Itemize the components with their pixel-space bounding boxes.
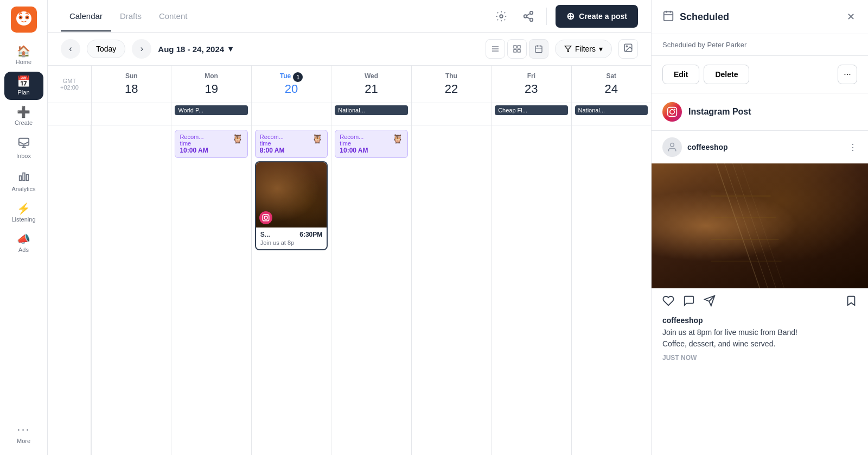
header-divider — [546, 8, 547, 25]
sidebar-item-analytics[interactable]: Analytics — [4, 166, 43, 197]
main-content: Calendar Drafts Content ⊕ Create a post — [48, 0, 651, 455]
sidebar-item-inbox[interactable]: Inbox — [4, 132, 43, 163]
analytics-icon — [18, 170, 30, 184]
day-column-wed: Recom... time 10:00 AM 🦉 — [331, 125, 411, 455]
sidebar-item-plan[interactable]: 📅 Plan — [4, 72, 43, 100]
chevron-down-icon: ▾ — [228, 44, 233, 54]
holiday-thu-cell — [411, 103, 491, 125]
svg-rect-18 — [518, 46, 520, 48]
sidebar-item-home-label: Home — [16, 59, 31, 65]
holiday-cheap-fl[interactable]: Cheap Fl... — [495, 105, 567, 115]
delete-button[interactable]: Delete — [704, 65, 749, 84]
right-panel: Scheduled ✕ Scheduled by Peter Parker Ed… — [651, 0, 868, 455]
svg-point-4 — [20, 17, 21, 18]
holiday-national-sat[interactable]: National... — [575, 105, 648, 115]
sidebar-item-more[interactable]: ··· More — [4, 419, 43, 448]
settings-button[interactable] — [492, 7, 510, 26]
create-post-button[interactable]: ⊕ Create a post — [556, 5, 638, 28]
holiday-gmt-cell — [48, 103, 91, 125]
share-button[interactable] — [519, 7, 538, 26]
day-header-fri: Fri 23 — [491, 66, 571, 103]
grid-view-button[interactable] — [507, 39, 527, 59]
post-content: coffeeshop Join us at 8pm for live music… — [652, 316, 868, 368]
svg-point-13 — [530, 18, 533, 21]
svg-point-36 — [670, 110, 674, 114]
recom-card-mon[interactable]: Recom... time 10:00 AM 🦉 — [175, 130, 247, 158]
day-header-tue: Tue 1 20 — [251, 66, 331, 103]
svg-rect-28 — [263, 214, 269, 221]
holiday-national-wed[interactable]: National... — [335, 105, 407, 115]
day-header-sun: Sun 18 — [91, 66, 171, 103]
comment-button[interactable] — [683, 295, 695, 309]
time-gutter — [48, 125, 91, 455]
holiday-tue-cell — [251, 103, 331, 125]
listening-icon: ⚡ — [17, 203, 30, 214]
sidebar-item-more-label: More — [17, 438, 30, 444]
sidebar-item-create[interactable]: ➕ Create — [4, 102, 43, 130]
svg-rect-21 — [535, 46, 542, 53]
bookmark-button[interactable] — [845, 295, 857, 309]
svg-point-27 — [626, 46, 627, 47]
holiday-row: World P... National... Cheap Fl... Natio… — [48, 103, 651, 125]
prev-button[interactable]: ‹ — [61, 39, 80, 59]
calendar-body: Recom... time 10:00 AM 🦉 Recom... time — [48, 125, 651, 455]
day-header-mon: Mon 19 — [171, 66, 251, 103]
today-button[interactable]: Today — [87, 40, 125, 58]
post-timestamp: JUST NOW — [662, 354, 857, 362]
day-column-mon: Recom... time 10:00 AM 🦉 — [171, 125, 251, 455]
owl-icon-mon: 🦉 — [232, 134, 243, 144]
edit-button[interactable]: Edit — [662, 65, 699, 84]
tab-calendar[interactable]: Calendar — [61, 2, 111, 31]
svg-rect-17 — [514, 46, 516, 48]
tab-content[interactable]: Content — [150, 2, 196, 31]
holiday-sun-cell — [91, 103, 171, 125]
holiday-world-p[interactable]: World P... — [175, 105, 247, 115]
tab-drafts[interactable]: Drafts — [111, 2, 150, 31]
svg-line-40 — [725, 163, 768, 288]
holiday-wed-cell: National... — [331, 103, 411, 125]
recom-card-wed[interactable]: Recom... time 10:00 AM 🦉 — [335, 130, 407, 158]
panel-actions: Edit Delete ··· — [652, 56, 868, 93]
owl-icon-tue: 🦉 — [312, 134, 323, 144]
svg-point-30 — [267, 216, 267, 216]
svg-rect-8 — [23, 173, 25, 181]
svg-line-41 — [733, 163, 776, 288]
owl-icon-wed: 🦉 — [392, 134, 403, 144]
header-actions: ⊕ Create a post — [492, 5, 638, 28]
sidebar-item-ads[interactable]: 📣 Ads — [4, 229, 43, 257]
svg-point-1 — [16, 11, 31, 26]
inbox-icon — [18, 137, 30, 150]
post-card-image — [256, 162, 327, 228]
send-button[interactable] — [704, 295, 716, 309]
holiday-fri-cell: Cheap Fl... — [491, 103, 571, 125]
calendar-container: GMT+02:00 Sun 18 Mon 19 Tue 1 20 Wed — [48, 66, 651, 455]
date-range-selector[interactable]: Aug 18 - 24, 2024 ▾ — [158, 44, 233, 54]
svg-marker-25 — [565, 46, 571, 52]
recom-card-tue[interactable]: Recom... time 8:00 AM 🦉 — [255, 130, 328, 158]
next-button[interactable]: › — [132, 39, 151, 59]
close-panel-button[interactable]: ✕ — [845, 9, 857, 25]
svg-line-39 — [717, 163, 760, 288]
avatar — [662, 137, 682, 157]
home-icon: 🏠 — [17, 46, 30, 56]
plan-icon: 📅 — [17, 76, 30, 87]
sidebar-item-listening[interactable]: ⚡ Listening — [4, 199, 43, 227]
list-view-button[interactable] — [486, 39, 505, 59]
post-options-button[interactable]: ⋮ — [848, 142, 857, 153]
post-card-tue[interactable]: S... 6:30PM Join us at 8p — [255, 161, 328, 250]
media-library-button[interactable] — [618, 39, 638, 59]
svg-point-37 — [674, 109, 675, 110]
holiday-sat-cell: National... — [571, 103, 651, 125]
post-username-header: coffeeshop — [687, 143, 843, 151]
sidebar-item-inbox-label: Inbox — [16, 153, 31, 159]
svg-point-29 — [264, 216, 267, 219]
filters-button[interactable]: Filters ▾ — [555, 40, 612, 58]
calendar-view-button[interactable] — [529, 39, 548, 59]
view-buttons — [486, 39, 548, 59]
more-options-button[interactable]: ··· — [838, 65, 857, 84]
create-plus-icon: ⊕ — [566, 10, 575, 22]
sidebar-item-home[interactable]: 🏠 Home — [4, 41, 43, 69]
day-header-thu: Thu 22 — [411, 66, 491, 103]
nav-tabs: Calendar Drafts Content — [61, 1, 196, 31]
like-button[interactable] — [662, 295, 674, 309]
